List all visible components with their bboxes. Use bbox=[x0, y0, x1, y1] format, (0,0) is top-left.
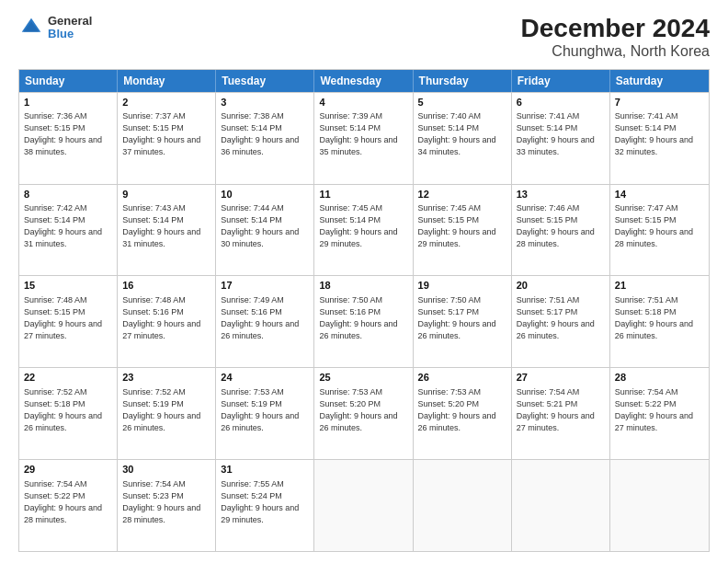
cell-text: Daylight: 9 hours and 35 minutes. bbox=[319, 134, 407, 158]
calendar-title: December 2024 bbox=[521, 15, 710, 43]
cell-text: Sunrise: 7:43 AM bbox=[122, 202, 210, 214]
header-tuesday: Tuesday bbox=[216, 70, 314, 92]
cell-text: Sunrise: 7:42 AM bbox=[24, 202, 112, 214]
cell-text: Sunset: 5:14 PM bbox=[319, 122, 407, 134]
cell-text: Sunrise: 7:53 AM bbox=[418, 386, 506, 398]
logo-blue: Blue bbox=[48, 28, 92, 40]
calendar-cell: 14Sunrise: 7:47 AMSunset: 5:15 PMDayligh… bbox=[610, 185, 709, 276]
cell-text: Sunset: 5:14 PM bbox=[615, 122, 704, 134]
day-number: 14 bbox=[615, 188, 704, 201]
cell-text: Sunrise: 7:52 AM bbox=[122, 386, 210, 398]
cell-text: Sunset: 5:22 PM bbox=[24, 490, 112, 502]
calendar-cell: 31Sunrise: 7:55 AMSunset: 5:24 PMDayligh… bbox=[216, 460, 314, 551]
calendar-subtitle: Chunghwa, North Korea bbox=[521, 43, 710, 60]
cell-text: Sunset: 5:16 PM bbox=[122, 306, 210, 318]
day-number: 18 bbox=[319, 279, 407, 293]
calendar-cell: 28Sunrise: 7:54 AMSunset: 5:22 PMDayligh… bbox=[610, 368, 709, 459]
cell-text: Sunset: 5:19 PM bbox=[221, 398, 309, 410]
week-row-2: 8Sunrise: 7:42 AMSunset: 5:14 PMDaylight… bbox=[19, 184, 709, 276]
cell-text: Sunrise: 7:45 AM bbox=[418, 202, 506, 214]
cell-text: Sunset: 5:17 PM bbox=[418, 306, 506, 318]
calendar-cell: 11Sunrise: 7:45 AMSunset: 5:14 PMDayligh… bbox=[314, 185, 413, 276]
cell-text: Daylight: 9 hours and 32 minutes. bbox=[615, 134, 704, 158]
calendar-cell: 23Sunrise: 7:52 AMSunset: 5:19 PMDayligh… bbox=[118, 368, 216, 459]
cell-text: Sunrise: 7:36 AM bbox=[24, 110, 112, 122]
logo: General Blue bbox=[18, 15, 92, 41]
calendar-cell: 1Sunrise: 7:36 AMSunset: 5:15 PMDaylight… bbox=[19, 93, 118, 184]
day-number: 9 bbox=[122, 188, 210, 201]
cell-text: Daylight: 9 hours and 33 minutes. bbox=[517, 134, 605, 158]
cell-text: Sunset: 5:24 PM bbox=[221, 490, 309, 502]
day-number: 27 bbox=[517, 371, 605, 385]
cell-text: Sunset: 5:15 PM bbox=[122, 122, 210, 134]
cell-text: Sunrise: 7:54 AM bbox=[615, 386, 704, 398]
calendar-cell: 7Sunrise: 7:41 AMSunset: 5:14 PMDaylight… bbox=[610, 93, 709, 184]
cell-text: Sunrise: 7:48 AM bbox=[24, 294, 112, 306]
calendar-cell: 18Sunrise: 7:50 AMSunset: 5:16 PMDayligh… bbox=[314, 276, 413, 367]
week-row-4: 22Sunrise: 7:52 AMSunset: 5:18 PMDayligh… bbox=[19, 367, 709, 459]
cell-text: Sunrise: 7:49 AM bbox=[221, 294, 309, 306]
cell-text: Sunset: 5:16 PM bbox=[221, 306, 309, 318]
cell-text: Sunset: 5:15 PM bbox=[24, 306, 112, 318]
calendar-cell bbox=[314, 460, 413, 551]
day-number: 3 bbox=[221, 96, 309, 109]
header-friday: Friday bbox=[512, 70, 610, 92]
day-number: 11 bbox=[319, 188, 407, 201]
calendar-cell: 3Sunrise: 7:38 AMSunset: 5:14 PMDaylight… bbox=[216, 93, 314, 184]
title-block: December 2024 Chunghwa, North Korea bbox=[521, 15, 710, 60]
cell-text: Daylight: 9 hours and 27 minutes. bbox=[615, 410, 704, 434]
cell-text: Sunset: 5:14 PM bbox=[122, 214, 210, 226]
cell-text: Sunset: 5:20 PM bbox=[319, 398, 407, 410]
cell-text: Sunset: 5:20 PM bbox=[418, 398, 506, 410]
cell-text: Sunrise: 7:51 AM bbox=[615, 294, 704, 306]
cell-text: Sunset: 5:15 PM bbox=[517, 214, 605, 226]
calendar: Sunday Monday Tuesday Wednesday Thursday… bbox=[18, 69, 710, 552]
cell-text: Sunset: 5:14 PM bbox=[319, 214, 407, 226]
cell-text: Daylight: 9 hours and 26 minutes. bbox=[418, 410, 506, 434]
calendar-cell: 22Sunrise: 7:52 AMSunset: 5:18 PMDayligh… bbox=[19, 368, 118, 459]
day-number: 6 bbox=[517, 96, 605, 109]
logo-icon bbox=[18, 15, 44, 40]
day-number: 30 bbox=[122, 463, 210, 477]
calendar-cell: 21Sunrise: 7:51 AMSunset: 5:18 PMDayligh… bbox=[610, 276, 709, 367]
calendar-cell: 17Sunrise: 7:49 AMSunset: 5:16 PMDayligh… bbox=[216, 276, 314, 367]
calendar-body: 1Sunrise: 7:36 AMSunset: 5:15 PMDaylight… bbox=[19, 92, 709, 551]
calendar-cell: 30Sunrise: 7:54 AMSunset: 5:23 PMDayligh… bbox=[118, 460, 216, 551]
cell-text: Sunrise: 7:53 AM bbox=[221, 386, 309, 398]
day-number: 29 bbox=[24, 463, 112, 477]
day-number: 19 bbox=[418, 279, 506, 293]
day-number: 22 bbox=[24, 371, 112, 385]
cell-text: Daylight: 9 hours and 26 minutes. bbox=[517, 318, 605, 342]
cell-text: Sunrise: 7:47 AM bbox=[615, 202, 704, 214]
cell-text: Daylight: 9 hours and 38 minutes. bbox=[24, 134, 112, 158]
cell-text: Sunrise: 7:50 AM bbox=[418, 294, 506, 306]
header-monday: Monday bbox=[118, 70, 216, 92]
logo-general: General bbox=[48, 15, 92, 28]
day-number: 26 bbox=[418, 371, 506, 385]
cell-text: Sunset: 5:15 PM bbox=[615, 214, 704, 226]
cell-text: Daylight: 9 hours and 26 minutes. bbox=[221, 410, 309, 434]
cell-text: Daylight: 9 hours and 26 minutes. bbox=[319, 410, 407, 434]
cell-text: Daylight: 9 hours and 31 minutes. bbox=[24, 226, 112, 250]
cell-text: Sunset: 5:14 PM bbox=[24, 214, 112, 226]
cell-text: Sunset: 5:14 PM bbox=[418, 122, 506, 134]
day-number: 17 bbox=[221, 279, 309, 293]
calendar-page: General Blue December 2024 Chunghwa, Nor… bbox=[0, 0, 728, 563]
cell-text: Sunrise: 7:55 AM bbox=[221, 478, 309, 490]
calendar-cell: 2Sunrise: 7:37 AMSunset: 5:15 PMDaylight… bbox=[118, 93, 216, 184]
cell-text: Sunrise: 7:45 AM bbox=[319, 202, 407, 214]
cell-text: Daylight: 9 hours and 37 minutes. bbox=[122, 134, 210, 158]
day-number: 1 bbox=[24, 96, 112, 109]
day-number: 23 bbox=[122, 371, 210, 385]
day-number: 10 bbox=[221, 188, 309, 201]
calendar-cell bbox=[512, 460, 610, 551]
calendar-cell: 27Sunrise: 7:54 AMSunset: 5:21 PMDayligh… bbox=[512, 368, 610, 459]
calendar-cell: 4Sunrise: 7:39 AMSunset: 5:14 PMDaylight… bbox=[314, 93, 413, 184]
calendar-cell: 13Sunrise: 7:46 AMSunset: 5:15 PMDayligh… bbox=[512, 185, 610, 276]
day-number: 2 bbox=[122, 96, 210, 109]
cell-text: Daylight: 9 hours and 30 minutes. bbox=[221, 226, 309, 250]
calendar-header: Sunday Monday Tuesday Wednesday Thursday… bbox=[19, 70, 709, 92]
cell-text: Daylight: 9 hours and 27 minutes. bbox=[24, 318, 112, 342]
cell-text: Sunrise: 7:50 AM bbox=[319, 294, 407, 306]
cell-text: Sunset: 5:22 PM bbox=[615, 398, 704, 410]
